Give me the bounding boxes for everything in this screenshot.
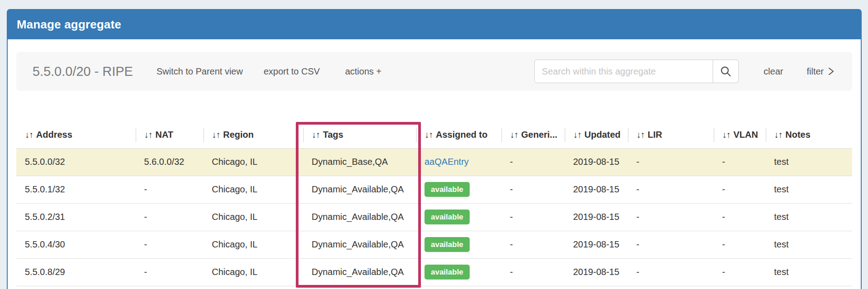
cell-updated: 2019-08-15 bbox=[565, 203, 628, 231]
column-label: VLAN bbox=[733, 130, 758, 140]
sort-icon: ↓↑ bbox=[573, 130, 581, 140]
cell-generic: - bbox=[501, 203, 565, 231]
cell-address: 5.5.0.8/29 bbox=[16, 258, 135, 286]
column-header-region[interactable]: ↓↑Region bbox=[203, 122, 303, 148]
cell-address: 5.5.0.2/31 bbox=[16, 203, 135, 231]
cell-lir: - bbox=[628, 176, 714, 203]
cell-vlan: - bbox=[714, 203, 765, 231]
column-header-tags[interactable]: ↓↑Tags bbox=[303, 122, 416, 148]
column-header-nat[interactable]: ↓↑NAT bbox=[135, 122, 203, 148]
search-group bbox=[534, 60, 739, 83]
column-header-assigned-to[interactable]: ↓↑Assigned to bbox=[416, 122, 501, 148]
cell-tags: Dynamic_Base,QA bbox=[303, 148, 416, 176]
sort-icon: ↓↑ bbox=[212, 130, 220, 140]
switch-parent-view-link[interactable]: Switch to Parent view bbox=[156, 66, 243, 77]
cell-region: Chicago, IL bbox=[203, 176, 303, 203]
cell-assigned-to: available bbox=[416, 258, 501, 286]
cell-notes: test bbox=[765, 176, 852, 203]
cell-notes: test bbox=[765, 148, 852, 176]
status-badge-available: available bbox=[425, 237, 470, 252]
table-row[interactable]: 5.5.0.1/32 - Chicago, IL Dynamic_Availab… bbox=[16, 176, 852, 203]
cell-region: Chicago, IL bbox=[203, 231, 303, 258]
column-header-lir[interactable]: ↓↑LIR bbox=[628, 122, 714, 148]
cell-address: 5.5.0.1/32 bbox=[16, 176, 135, 203]
table-row[interactable]: 5.5.0.0/32 5.6.0.0/32 Chicago, IL Dynami… bbox=[16, 148, 852, 176]
filter-link-label: filter bbox=[807, 66, 824, 77]
aggregate-table-wrap: ↓↑Address ↓↑NAT ↓↑Region ↓↑Tags ↓↑Assign… bbox=[16, 122, 852, 286]
page-title: Manage aggregate bbox=[17, 18, 121, 32]
cell-updated: 2019-08-15 bbox=[565, 231, 628, 258]
cell-assigned-to: available bbox=[416, 176, 501, 203]
cell-address: 5.5.0.4/30 bbox=[16, 231, 135, 258]
assigned-entry-link[interactable]: aaQAEntry bbox=[425, 157, 469, 167]
panel-body: 5.5.0.0/20 - RIPE Switch to Parent view … bbox=[8, 39, 861, 286]
cell-region: Chicago, IL bbox=[203, 203, 303, 231]
sort-icon: ↓↑ bbox=[425, 130, 433, 140]
search-button[interactable] bbox=[713, 60, 739, 83]
cell-assigned-to: available bbox=[416, 231, 501, 258]
cell-lir: - bbox=[628, 231, 714, 258]
cell-region: Chicago, IL bbox=[203, 258, 303, 286]
sort-icon: ↓↑ bbox=[774, 130, 782, 140]
cell-nat: - bbox=[135, 258, 203, 286]
column-label: Region bbox=[223, 130, 254, 140]
sort-icon: ↓↑ bbox=[312, 130, 320, 140]
cell-updated: 2019-08-15 bbox=[565, 258, 628, 286]
cell-tags: Dynamic_Available,QA bbox=[303, 258, 416, 286]
cell-nat: - bbox=[135, 176, 203, 203]
manage-aggregate-panel: Manage aggregate 5.5.0.0/20 - RIPE Switc… bbox=[7, 9, 862, 289]
filter-link[interactable]: filter bbox=[807, 66, 834, 77]
status-badge-available: available bbox=[425, 265, 470, 280]
cell-updated: 2019-08-15 bbox=[565, 148, 628, 176]
panel-header: Manage aggregate bbox=[8, 10, 861, 39]
cell-generic: - bbox=[501, 258, 565, 286]
cell-nat: 5.6.0.0/32 bbox=[135, 148, 203, 176]
cell-address: 5.5.0.0/32 bbox=[16, 148, 135, 176]
table-row[interactable]: 5.5.0.4/30 - Chicago, IL Dynamic_Availab… bbox=[16, 231, 852, 258]
export-csv-link[interactable]: export to CSV bbox=[264, 66, 320, 77]
cell-generic: - bbox=[501, 176, 565, 203]
cell-generic: - bbox=[501, 148, 565, 176]
column-header-vlan[interactable]: ↓↑VLAN bbox=[714, 122, 765, 148]
cell-tags: Dynamic_Available,QA bbox=[303, 203, 416, 231]
cell-assigned-to: available bbox=[416, 203, 501, 231]
cell-region: Chicago, IL bbox=[203, 148, 303, 176]
cell-vlan: - bbox=[714, 231, 765, 258]
status-badge-available: available bbox=[425, 210, 470, 224]
column-label: Notes bbox=[785, 130, 811, 140]
column-header-address[interactable]: ↓↑Address bbox=[16, 122, 135, 148]
sort-icon: ↓↑ bbox=[144, 130, 152, 140]
cell-updated: 2019-08-15 bbox=[565, 176, 628, 203]
cell-lir: - bbox=[628, 258, 714, 286]
sort-icon: ↓↑ bbox=[636, 130, 644, 140]
cell-nat: - bbox=[135, 231, 203, 258]
status-badge-available: available bbox=[425, 182, 470, 197]
column-label: NAT bbox=[155, 130, 173, 140]
clear-link[interactable]: clear bbox=[764, 66, 783, 77]
cell-vlan: - bbox=[714, 258, 765, 286]
cell-notes: test bbox=[765, 203, 852, 231]
cell-nat: - bbox=[135, 203, 203, 231]
sort-icon: ↓↑ bbox=[25, 130, 33, 140]
table-row[interactable]: 5.5.0.8/29 - Chicago, IL Dynamic_Availab… bbox=[16, 258, 852, 286]
column-label: Tags bbox=[323, 130, 343, 140]
column-header-notes[interactable]: ↓↑Notes bbox=[765, 122, 852, 148]
column-label: Updated bbox=[584, 130, 621, 140]
column-label: Generi... bbox=[521, 130, 557, 140]
column-header-updated[interactable]: ↓↑Updated bbox=[565, 122, 628, 148]
column-header-generic[interactable]: ↓↑Generi... bbox=[501, 122, 565, 148]
cell-generic: - bbox=[501, 231, 565, 258]
table-header-row: ↓↑Address ↓↑NAT ↓↑Region ↓↑Tags ↓↑Assign… bbox=[16, 122, 852, 148]
aggregate-table: ↓↑Address ↓↑NAT ↓↑Region ↓↑Tags ↓↑Assign… bbox=[16, 122, 852, 286]
cell-notes: test bbox=[765, 231, 852, 258]
toolbar: 5.5.0.0/20 - RIPE Switch to Parent view … bbox=[16, 52, 852, 91]
column-label: Address bbox=[36, 130, 72, 140]
cell-vlan: - bbox=[714, 148, 765, 176]
actions-menu-link[interactable]: actions + bbox=[345, 66, 382, 77]
cell-tags: Dynamic_Available,QA bbox=[303, 231, 416, 258]
search-input[interactable] bbox=[534, 60, 713, 83]
cell-lir: - bbox=[628, 203, 714, 231]
table-row[interactable]: 5.5.0.2/31 - Chicago, IL Dynamic_Availab… bbox=[16, 203, 852, 231]
cell-vlan: - bbox=[714, 176, 765, 203]
chevron-right-icon bbox=[828, 67, 834, 76]
